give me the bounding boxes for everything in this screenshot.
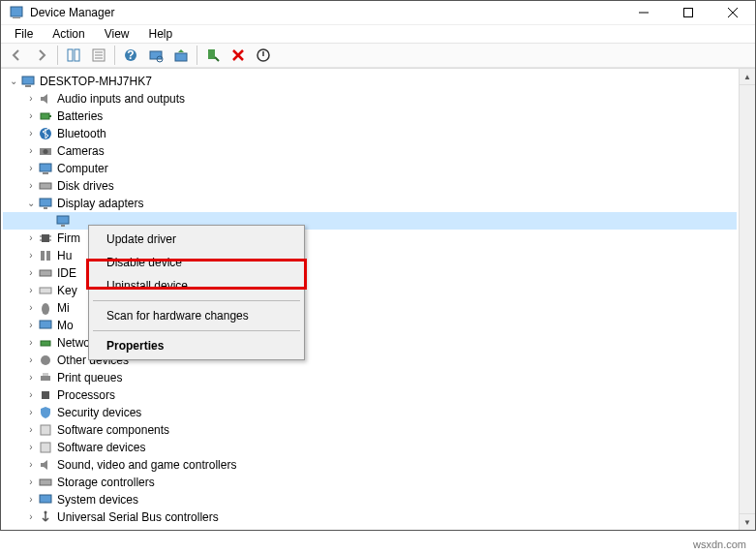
label: Cameras [57,144,105,158]
camera-icon [38,143,53,159]
label: Uninstall device [106,279,188,292]
svg-text:?: ? [127,48,134,62]
ctx-separator [93,330,300,331]
ctx-properties[interactable]: Properties [91,334,302,357]
vertical-scrollbar[interactable]: ▲ ▼ [739,69,755,530]
system-icon [38,492,53,508]
expand-icon[interactable]: › [24,425,38,435]
ctx-disable-device[interactable]: Disable device [91,251,302,274]
tree-item-usb[interactable]: ›Universal Serial Bus controllers [3,508,737,526]
expand-icon[interactable]: › [24,495,38,505]
expand-icon[interactable]: › [24,338,38,348]
expand-icon[interactable]: › [24,460,38,470]
menu-file[interactable]: File [7,25,41,43]
keyboard-icon [38,283,53,298]
menu-view[interactable]: View [97,25,137,43]
tree-item-cameras[interactable]: ›Cameras [3,142,737,160]
collapse-icon[interactable]: ⌄ [24,199,38,208]
speaker-icon [38,91,53,107]
expand-icon[interactable]: › [24,355,38,365]
menu-action[interactable]: Action [45,25,92,43]
tree-item-storage[interactable]: ›Storage controllers [3,474,737,491]
svg-rect-51 [40,479,51,485]
tree-item-swdev[interactable]: ›Software devices [3,439,737,456]
svg-rect-39 [46,251,50,261]
uninstall-device-button[interactable] [227,44,250,67]
svg-rect-6 [68,49,73,61]
tree-item-batteries[interactable]: ›Batteries [3,108,737,125]
expand-icon[interactable]: › [24,146,38,156]
svg-rect-29 [40,199,51,206]
expand-icon[interactable]: › [24,251,38,261]
enable-device-button[interactable] [201,44,225,67]
tree-item-sysdev[interactable]: ›System devices [3,491,737,508]
menu-bar: File Action View Help [1,25,755,43]
expand-icon[interactable]: › [24,443,38,452]
monitor-icon [38,318,53,333]
update-driver-button[interactable] [169,44,193,67]
tree-item-processors[interactable]: ›Processors [3,386,737,404]
expand-icon[interactable]: › [24,164,38,173]
expand-icon[interactable]: › [24,303,38,313]
ctx-update-driver[interactable]: Update driver [91,228,302,251]
security-icon [38,405,53,420]
back-button[interactable] [5,44,28,67]
label: Processors [57,388,115,402]
app-icon [9,5,24,20]
label: Sound, video and game controllers [57,458,236,472]
expand-icon[interactable]: › [24,129,38,138]
storage-icon [38,475,53,490]
toolbar-separator [114,46,115,65]
expand-icon[interactable]: › [24,373,38,383]
tree-item-printq[interactable]: ›Print queues [3,369,737,386]
forward-button[interactable] [30,44,53,67]
expand-icon[interactable]: › [24,286,38,295]
disable-device-button[interactable] [252,44,275,67]
collapse-icon[interactable]: ⌄ [7,77,20,86]
bluetooth-icon [38,126,53,141]
close-button[interactable] [711,1,755,24]
show-hide-console-button[interactable] [62,44,85,67]
expand-icon[interactable]: › [24,111,38,121]
tree-item-display[interactable]: ⌄Display adapters [3,195,737,212]
ctx-uninstall-device[interactable]: Uninstall device [91,274,302,297]
context-menu: Update driver Disable device Uninstall d… [88,225,305,360]
tree-item-security[interactable]: ›Security devices [3,404,737,421]
title-bar: Device Manager [1,1,755,25]
scroll-down-button[interactable]: ▼ [740,513,755,530]
scan-hardware-button[interactable] [144,44,167,67]
network-icon [38,335,53,351]
tree-item-bluetooth[interactable]: ›Bluetooth [3,125,737,142]
properties-button[interactable] [87,44,110,67]
toolbar: ? [1,43,755,68]
tree-item-sound[interactable]: ›Sound, video and game controllers [3,456,737,474]
usb-icon [38,509,53,525]
expand-icon[interactable]: › [24,512,38,522]
expand-icon[interactable]: › [24,390,38,400]
tree-item-audio[interactable]: ›Audio inputs and outputs [3,90,737,108]
tree-item-computer[interactable]: ›Computer [3,160,737,177]
expand-icon[interactable]: › [24,268,38,278]
toolbar-separator [197,46,197,65]
expand-icon[interactable]: › [24,321,38,330]
ctx-scan-hardware[interactable]: Scan for hardware changes [91,304,302,327]
help-button[interactable]: ? [119,44,142,67]
minimize-button[interactable] [621,1,666,24]
expand-icon[interactable]: › [24,408,38,417]
svg-rect-3 [684,9,693,17]
svg-rect-27 [43,172,48,174]
maximize-button[interactable] [666,1,711,24]
label: Hu [57,249,72,262]
expand-icon[interactable]: › [24,233,38,243]
expand-icon[interactable]: › [24,477,38,487]
tree-item-disk[interactable]: ›Disk drives [3,177,737,195]
label: Storage controllers [57,476,155,489]
menu-help[interactable]: Help [141,25,181,43]
tree-item-swcomp[interactable]: ›Software components [3,421,737,439]
scroll-up-button[interactable]: ▲ [740,69,755,85]
label: Firm [57,231,80,245]
expand-icon[interactable]: › [24,94,38,104]
svg-rect-43 [40,321,51,328]
expand-icon[interactable]: › [24,181,38,191]
tree-root[interactable]: ⌄ DESKTOP-MHJ7HK7 [3,73,737,90]
